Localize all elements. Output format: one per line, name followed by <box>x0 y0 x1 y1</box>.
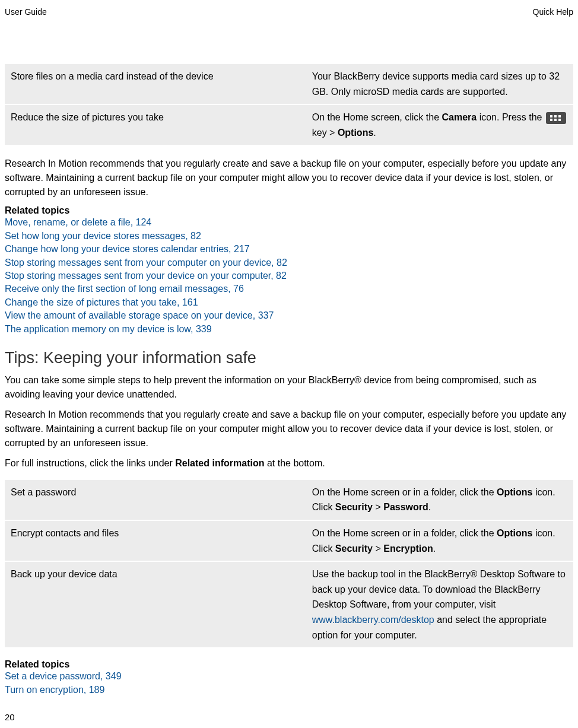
related-topic-link[interactable]: Stop storing messages sent from your dev… <box>5 269 573 282</box>
text-fragment: . <box>373 128 376 138</box>
page-header: User Guide Quick Help <box>5 7 573 17</box>
table-cell-left: Set a password <box>5 480 306 520</box>
related-topic-link[interactable]: Receive only the first section of long e… <box>5 282 573 295</box>
table-row: Encrypt contacts and files On the Home s… <box>5 520 573 561</box>
related-topics-heading-2: Related topics <box>5 659 573 670</box>
text-fragment: For full instructions, click the links u… <box>5 458 175 468</box>
text-fragment: . <box>433 543 436 554</box>
bold-text: Encryption <box>383 543 433 554</box>
menu-key-icon <box>546 112 566 124</box>
bold-text: Password <box>383 502 428 512</box>
backup-recommendation-paragraph: Research In Motion recommends that you r… <box>5 157 573 199</box>
bold-text: Options <box>338 128 373 138</box>
backup-recommendation-paragraph-2: Research In Motion recommends that you r… <box>5 408 573 450</box>
bold-text: Options <box>497 528 532 538</box>
table-cell-right: Your BlackBerry device supports media ca… <box>306 64 573 104</box>
bold-text: Security <box>335 502 373 512</box>
table-cell-right: On the Home screen or in a folder, click… <box>306 480 573 520</box>
text-fragment: > <box>373 502 383 512</box>
text-fragment: On the Home screen, click the <box>312 112 442 122</box>
table-row: Reduce the size of pictures you take On … <box>5 104 573 145</box>
page-number: 20 <box>5 712 15 722</box>
table-cell-right: Use the backup tool in the BlackBerry® D… <box>306 561 573 648</box>
table-cell-right: On the Home screen or in a folder, click… <box>306 520 573 561</box>
section-title: Tips: Keeping your information safe <box>5 349 573 367</box>
text-fragment: icon. Press the <box>477 112 545 122</box>
related-links-list-2: Set a device password, 349Turn on encryp… <box>5 670 573 697</box>
related-topic-link[interactable]: Set a device password, 349 <box>5 670 573 683</box>
related-topic-link[interactable]: Stop storing messages sent from your com… <box>5 256 573 269</box>
header-left: User Guide <box>5 7 47 17</box>
text-fragment: On the Home screen or in a folder, click… <box>312 528 497 538</box>
related-topic-link[interactable]: Turn on encryption, 189 <box>5 684 573 697</box>
bold-text: Camera <box>442 112 477 122</box>
related-topic-link[interactable]: Change how long your device stores calen… <box>5 243 573 256</box>
text-fragment: at the bottom. <box>264 458 325 468</box>
table-cell-left: Store files on a media card instead of t… <box>5 64 306 104</box>
related-topic-link[interactable]: Set how long your device stores messages… <box>5 230 573 243</box>
intro-paragraph: You can take some simple steps to help p… <box>5 373 573 402</box>
table-row: Store files on a media card instead of t… <box>5 64 573 104</box>
tips-table-1: Store files on a media card instead of t… <box>5 64 573 146</box>
table-row: Back up your device data Use the backup … <box>5 561 573 648</box>
text-fragment: > <box>373 543 383 554</box>
related-topic-link[interactable]: Change the size of pictures that you tak… <box>5 296 573 309</box>
table-cell-left: Encrypt contacts and files <box>5 520 306 561</box>
text-fragment: key > <box>312 128 338 138</box>
text-fragment: Use the backup tool in the BlackBerry® D… <box>312 569 566 609</box>
table-cell-left: Back up your device data <box>5 561 306 648</box>
related-topic-link[interactable]: Move, rename, or delete a file, 124 <box>5 216 573 229</box>
related-links-list-1: Move, rename, or delete a file, 124Set h… <box>5 216 573 336</box>
related-topic-link[interactable]: View the amount of available storage spa… <box>5 309 573 322</box>
blackberry-desktop-link[interactable]: www.blackberry.com/desktop <box>312 615 434 625</box>
related-topics-heading: Related topics <box>5 205 573 216</box>
bold-text: Security <box>335 543 373 554</box>
text-fragment: . <box>428 502 431 512</box>
tips-table-2: Set a password On the Home screen or in … <box>5 480 573 648</box>
bold-text: Related information <box>175 458 264 468</box>
bold-text: Options <box>497 487 532 497</box>
related-topic-link[interactable]: The application memory on my device is l… <box>5 323 573 336</box>
header-right: Quick Help <box>533 7 573 17</box>
instructions-paragraph: For full instructions, click the links u… <box>5 456 573 471</box>
table-cell-right: On the Home screen, click the Camera ico… <box>306 104 573 145</box>
table-cell-left: Reduce the size of pictures you take <box>5 104 306 145</box>
table-row: Set a password On the Home screen or in … <box>5 480 573 520</box>
text-fragment: On the Home screen or in a folder, click… <box>312 487 497 497</box>
